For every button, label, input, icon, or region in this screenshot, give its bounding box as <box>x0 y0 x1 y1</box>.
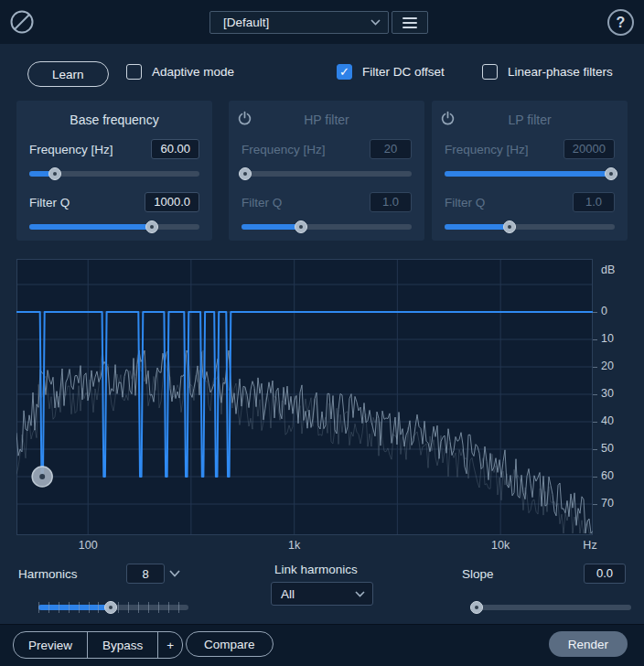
base-frequency-slider[interactable] <box>29 167 199 180</box>
frequency-label: Frequency [Hz] <box>242 143 326 156</box>
slider-track <box>242 224 412 230</box>
hp-filter-panel: HP filter Frequency [Hz] 20 Filter Q 1.0 <box>229 101 424 241</box>
slider-thumb[interactable] <box>503 220 516 233</box>
db-axis-title: dB <box>601 263 615 276</box>
filter-dc-offset-checkbox[interactable]: ✓ Filter DC offset <box>337 64 445 80</box>
hp-power-toggle[interactable] <box>237 109 255 127</box>
base-q-slider[interactable] <box>29 220 199 233</box>
link-harmonics-value: All <box>281 587 295 601</box>
freq-tick-label: 10k <box>491 539 510 552</box>
db-tick <box>593 422 597 423</box>
checkbox-label: Linear-phase filters <box>508 65 613 79</box>
db-tick <box>593 394 597 395</box>
db-tick <box>593 449 597 450</box>
filter-q-label: Filter Q <box>445 196 485 209</box>
learn-button[interactable]: Learn <box>27 61 109 87</box>
preview-button[interactable]: Preview <box>14 632 87 658</box>
hp-q-value-box[interactable]: 1.0 <box>370 192 412 212</box>
checkbox-icon <box>126 64 142 80</box>
izotope-logo <box>9 9 35 35</box>
check-icon: ✓ <box>339 66 349 78</box>
preset-menu-button[interactable] <box>392 11 428 34</box>
link-harmonics-label: Link harmonics <box>274 563 358 576</box>
freq-tick-label: 100 <box>79 539 98 552</box>
adaptive-mode-checkbox[interactable]: Adaptive mode <box>126 64 234 80</box>
slider-track <box>242 171 412 177</box>
lp-power-toggle[interactable] <box>440 109 458 127</box>
base-q-value-box[interactable]: 1000.0 <box>145 192 199 212</box>
panel-title: Base frequency <box>16 113 212 127</box>
checkbox-checked-icon: ✓ <box>337 64 352 80</box>
render-button[interactable]: Render <box>549 631 628 657</box>
checkbox-icon <box>482 64 498 80</box>
slider-thumb[interactable] <box>145 220 158 233</box>
dehum-plugin-window: [Default] ? Learn Adaptive mode ✓ Filter… <box>0 0 644 666</box>
slider-thumb[interactable] <box>104 601 117 614</box>
slider-track <box>472 605 631 610</box>
slider-thumb[interactable] <box>239 167 252 180</box>
hamburger-icon <box>402 15 417 31</box>
slider-thumb[interactable] <box>295 220 307 233</box>
harmonics-value-box[interactable]: 8 <box>126 564 165 584</box>
checkbox-label: Filter DC offset <box>362 65 445 79</box>
chevron-down-icon <box>169 570 180 577</box>
freq-axis-unit: Hz <box>583 539 596 552</box>
filter-q-label: Filter Q <box>242 196 282 209</box>
harmonics-dropdown[interactable]: 8 <box>126 564 180 584</box>
chevron-down-icon <box>355 591 365 597</box>
slider-thumb[interactable] <box>470 601 483 614</box>
db-tick <box>593 339 597 340</box>
hp-frequency-slider[interactable] <box>242 167 412 180</box>
slider-thumb[interactable] <box>605 167 617 180</box>
add-module-button[interactable]: + <box>157 632 182 658</box>
lp-filter-panel: LP filter Frequency [Hz] 20000 Filter Q … <box>432 101 628 241</box>
slider-thumb[interactable] <box>48 167 61 180</box>
db-tick <box>593 367 597 368</box>
preset-selector[interactable]: [Default] <box>209 11 389 34</box>
top-bar: [Default] ? <box>0 0 644 44</box>
slider-track <box>445 224 615 230</box>
db-tick-label: 50 <box>601 442 614 455</box>
help-button[interactable]: ? <box>607 9 634 36</box>
slope-value-box[interactable]: 0.0 <box>584 564 626 584</box>
db-tick-label: 70 <box>601 497 614 510</box>
power-icon <box>237 111 252 126</box>
bottom-bar: Preview Bypass + Compare Render <box>0 624 644 666</box>
base-frequency-panel: Base frequency Frequency [Hz] 60.00 Filt… <box>16 101 212 241</box>
notch-handle-dot <box>39 474 45 479</box>
harmonics-label: Harmonics <box>18 567 78 581</box>
power-icon <box>440 111 456 126</box>
lp-q-value-box[interactable]: 1.0 <box>573 192 615 212</box>
lp-q-slider[interactable] <box>445 220 615 233</box>
db-tick <box>593 477 597 478</box>
freq-tick-label: 1k <box>288 539 300 552</box>
compare-button[interactable]: Compare <box>186 631 274 657</box>
filter-q-label: Filter Q <box>29 196 70 209</box>
harmonics-slider[interactable] <box>38 601 188 614</box>
base-frequency-value-box[interactable]: 60.00 <box>151 139 199 159</box>
hp-frequency-value-box[interactable]: 20 <box>370 139 412 159</box>
db-tick <box>593 504 597 505</box>
checkbox-label: Adaptive mode <box>152 65 234 79</box>
db-tick-label: 20 <box>601 360 614 372</box>
question-mark-icon: ? <box>617 15 626 31</box>
db-tick-label: 60 <box>601 469 614 482</box>
bypass-button[interactable]: Bypass <box>87 632 157 658</box>
lp-frequency-value-box[interactable]: 20000 <box>564 139 615 159</box>
chevron-down-icon <box>370 19 381 26</box>
hp-q-slider[interactable] <box>242 220 412 233</box>
lp-frequency-slider[interactable] <box>445 167 615 180</box>
db-tick <box>593 312 597 313</box>
db-tick-label: 30 <box>601 387 614 400</box>
slider-track <box>29 224 199 230</box>
slope-slider[interactable] <box>472 601 631 614</box>
db-tick-label: 40 <box>601 414 614 427</box>
link-harmonics-dropdown[interactable]: All <box>271 582 373 606</box>
spectrum-display[interactable] <box>16 259 593 535</box>
panel-title: HP filter <box>229 113 424 127</box>
transport-button-group: Preview Bypass + <box>13 631 183 659</box>
linear-phase-filters-checkbox[interactable]: Linear-phase filters <box>482 64 613 80</box>
slider-track <box>445 171 615 177</box>
panel-title: LP filter <box>432 113 628 127</box>
preset-name: [Default] <box>223 16 370 29</box>
